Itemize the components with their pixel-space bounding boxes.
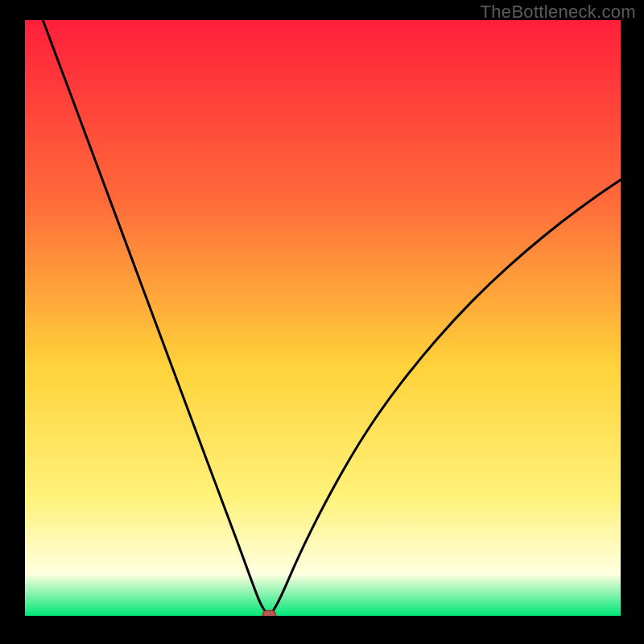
chart-container: { "watermark": "TheBottleneck.com", "col… xyxy=(0,0,644,644)
gradient-background xyxy=(25,20,621,616)
optimal-point-marker xyxy=(262,611,275,616)
bottleneck-chart xyxy=(25,20,621,616)
